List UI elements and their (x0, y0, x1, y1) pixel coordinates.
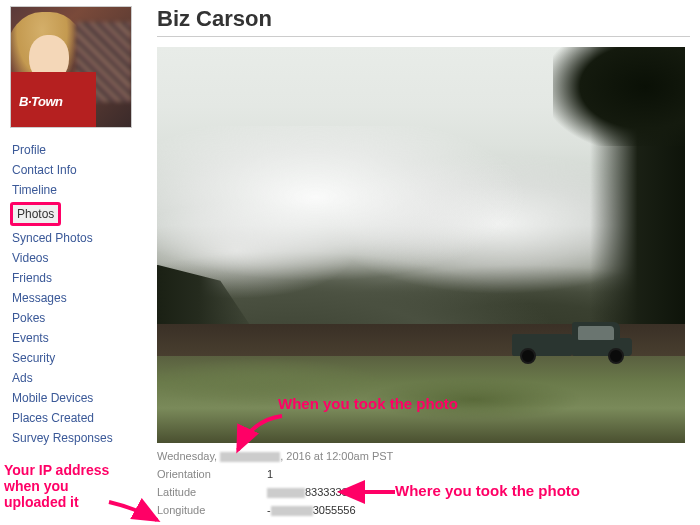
meta-orientation: Orientation 1 (157, 465, 690, 483)
nav-messages[interactable]: Messages (10, 288, 145, 308)
page-title: Biz Carson (157, 6, 690, 37)
nav-profile[interactable]: Profile (10, 140, 145, 160)
avatar-shirt-text: B·Town (19, 94, 62, 109)
nav-contact-info[interactable]: Contact Info (10, 160, 145, 180)
nav-synced-photos[interactable]: Synced Photos (10, 228, 145, 248)
nav-survey-responses[interactable]: Survey Responses (10, 428, 145, 448)
sidebar-nav: Profile Contact Info Timeline Photos Syn… (10, 140, 145, 448)
photo-viewer[interactable] (157, 47, 685, 443)
nav-security[interactable]: Security (10, 348, 145, 368)
nav-photos[interactable]: Photos (10, 202, 61, 226)
redacted-date (220, 452, 280, 462)
nav-friends[interactable]: Friends (10, 268, 145, 288)
meta-longitude-label: Longitude (157, 504, 267, 516)
meta-latitude-label: Latitude (157, 486, 267, 498)
nav-events[interactable]: Events (10, 328, 145, 348)
meta-latitude-value: 833333333 (267, 486, 360, 498)
nav-ads[interactable]: Ads (10, 368, 145, 388)
nav-videos[interactable]: Videos (10, 248, 145, 268)
meta-latitude: Latitude 833333333 (157, 483, 690, 501)
redacted-lat (267, 488, 305, 498)
main-content: Biz Carson Wednesday, , 2016 at 12:00am … (145, 6, 690, 519)
meta-longitude: Longitude -3055556 (157, 501, 690, 519)
redacted-lon (271, 506, 313, 516)
sidebar: B·Town Profile Contact Info Timeline Pho… (10, 6, 145, 519)
profile-avatar[interactable]: B·Town (10, 6, 132, 128)
meta-taken: Wednesday, , 2016 at 12:00am PST (157, 447, 690, 465)
meta-longitude-value: -3055556 (267, 504, 356, 516)
photo-metadata: Wednesday, , 2016 at 12:00am PST Orienta… (157, 447, 690, 519)
nav-places-created[interactable]: Places Created (10, 408, 145, 428)
nav-timeline[interactable]: Timeline (10, 180, 145, 200)
meta-orientation-label: Orientation (157, 468, 267, 480)
meta-orientation-value: 1 (267, 468, 273, 480)
nav-mobile-devices[interactable]: Mobile Devices (10, 388, 145, 408)
meta-taken-value: Wednesday, , 2016 at 12:00am PST (157, 450, 393, 462)
nav-pokes[interactable]: Pokes (10, 308, 145, 328)
